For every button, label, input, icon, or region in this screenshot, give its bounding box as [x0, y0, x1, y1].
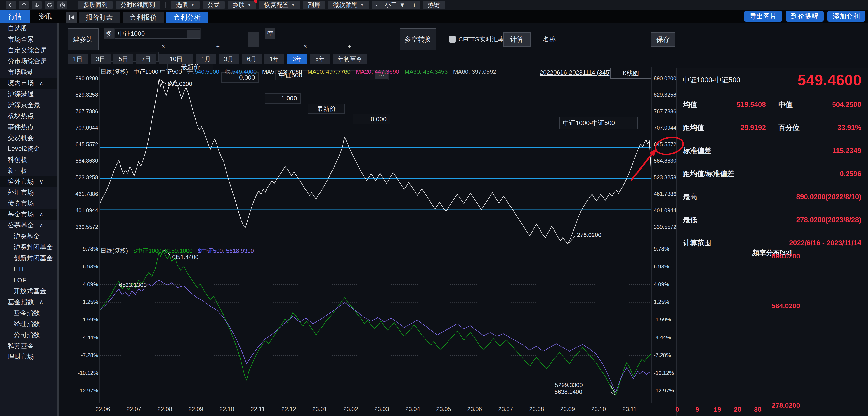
cfets-checkbox[interactable]	[449, 36, 456, 42]
period-tab-3日[interactable]: 3日	[91, 54, 111, 64]
period-tab-3月[interactable]: 3月	[219, 54, 239, 64]
period-tab-10日[interactable]: 10日	[159, 54, 193, 64]
spread-y-tick: 645.5572	[62, 141, 98, 148]
sidebar-item-市场联动[interactable]: 市场联动	[0, 67, 57, 78]
sidebar-item-沪深封闭基金[interactable]: 沪深封闭基金	[0, 242, 57, 253]
sidebar-item-经理指数[interactable]: 经理指数	[0, 319, 57, 329]
sidebar-item-交易机会[interactable]: 交易机会	[0, 132, 57, 143]
build-long-side-button[interactable]: 建多边	[68, 29, 98, 50]
sidebar-item-沪深京全景[interactable]: 沪深京全景	[0, 100, 57, 111]
period-tab-6月[interactable]: 6月	[242, 54, 261, 64]
sidebar-item-私募基金[interactable]: 私募基金	[0, 340, 57, 351]
font-size-increase-button[interactable]: +	[409, 2, 420, 8]
short-flag-chip: 空	[265, 29, 275, 39]
long-symbol-fieldwrap: ···	[114, 29, 201, 39]
sidebar-item-分市场综合屏[interactable]: 分市场综合屏	[0, 56, 57, 67]
nav-tab-market[interactable]: 行情	[0, 10, 30, 23]
skin-dropdown[interactable]: 换肤▼	[228, 1, 256, 9]
sidebar-item-自定义综合屏[interactable]: 自定义综合屏	[0, 45, 57, 56]
history-clock-icon[interactable]	[57, 1, 67, 9]
sidebar-item-label: 境内市场	[8, 79, 34, 88]
sidebar-item-境外市场[interactable]: 境外市场∨	[0, 176, 57, 187]
sidebar-item-外汇市场[interactable]: 外汇市场	[0, 187, 57, 198]
sidebar-item-基金市场[interactable]: 基金市场∧	[0, 209, 57, 220]
period-tab-1月[interactable]: 1月	[196, 54, 216, 64]
nav-tab-news[interactable]: 资讯	[30, 10, 60, 23]
collapse-panel-icon[interactable]	[66, 12, 77, 23]
stock-select-dropdown[interactable]: 选股▼	[171, 1, 199, 9]
sidebar-item-公司指数[interactable]: 公司指数	[0, 329, 57, 340]
sidebar-item-事件热点[interactable]: 事件热点	[0, 122, 57, 132]
sidebar-item-Level2资金[interactable]: Level2资金	[0, 143, 57, 154]
restore-config-dropdown[interactable]: 恢复配置▼	[259, 1, 300, 9]
spread-chart-header: 日线(复权) 中证1000-中证500 开:540.5000 收:549.460…	[101, 68, 496, 76]
date-range-link[interactable]: 20220616-20231114 (345)	[540, 69, 611, 76]
sidebar-item-新三板[interactable]: 新三板	[0, 165, 57, 176]
refresh-icon[interactable]	[44, 1, 55, 9]
kline-view-button[interactable]: K线图	[610, 68, 651, 79]
arbitrage-name-input[interactable]	[560, 117, 638, 129]
down-arrow-icon[interactable]	[32, 1, 41, 9]
legs-chart-plot[interactable]	[100, 246, 651, 403]
sidebar-item-基金指数[interactable]: 基金指数∧	[0, 297, 57, 307]
legs-period-label: 日线(复权)	[101, 247, 128, 255]
sidebar-item-ETF[interactable]: ETF	[0, 264, 57, 275]
action-button-添加套利[interactable]: 添加套利	[827, 11, 865, 22]
font-size-decrease-button[interactable]: -	[372, 2, 381, 8]
page-tab-报价盯盘[interactable]: 报价盯盘	[79, 12, 120, 23]
sidebar-item-自选股[interactable]: 自选股	[0, 23, 57, 34]
up-arrow-icon[interactable]	[19, 1, 29, 9]
period-tab-7日[interactable]: 7日	[136, 54, 156, 64]
calculate-button[interactable]: 计算	[503, 32, 531, 47]
spread-y-tick: 890.0200	[654, 75, 676, 82]
chevron-down-icon: ▼	[248, 3, 251, 7]
chevron-down-icon: ∨	[39, 178, 43, 185]
sidebar-item-label: 创新封闭基金	[13, 254, 53, 263]
save-button[interactable]: 保存	[651, 32, 675, 47]
multi-stock-columns-button[interactable]: 多股同列	[78, 1, 113, 9]
sidebar-item-市场全景[interactable]: 市场全景	[0, 34, 57, 45]
formula-button[interactable]: 公式	[203, 1, 225, 9]
period-tab-5年[interactable]: 5年	[310, 54, 330, 64]
sidebar-item-沪深基金[interactable]: 沪深基金	[0, 231, 57, 242]
sidebar-item-创新封闭基金[interactable]: 创新封闭基金	[0, 253, 57, 264]
stat-value: 115.2349	[711, 147, 861, 155]
sidebar-item-公募基金[interactable]: 公募基金∧	[0, 220, 57, 231]
period-tab-5日[interactable]: 5日	[114, 54, 133, 64]
font-name-dropdown[interactable]: 微软雅黑▼	[328, 1, 369, 9]
long-symbol-more-button[interactable]: ···	[187, 30, 199, 37]
page-tab-套利分析[interactable]: 套利分析	[166, 12, 208, 23]
sidebar-item-债券市场[interactable]: 债券市场	[0, 198, 57, 209]
spread-chart-plot[interactable]	[100, 75, 651, 245]
stat-row: 距均值29.9192百分位33.91%	[676, 116, 868, 139]
sidebar-item-沪深港通[interactable]: 沪深港通	[0, 89, 57, 99]
period-tab-年初至今[interactable]: 年初至今	[333, 54, 367, 64]
sidebar-item-LOF[interactable]: LOF	[0, 275, 57, 286]
sidebar-splitter[interactable]	[57, 23, 59, 416]
action-button-到价提醒[interactable]: 到价提醒	[786, 11, 824, 22]
short-coefficient-input[interactable]	[266, 94, 300, 103]
hotkey-button[interactable]: 热键	[423, 1, 445, 9]
short-offset-input[interactable]	[353, 114, 390, 124]
sidebar-item-境内市场[interactable]: 境内市场∧	[0, 78, 57, 89]
action-button-导出图片[interactable]: 导出图片	[744, 11, 782, 22]
sidebar-item-板块热点[interactable]: 板块热点	[0, 111, 57, 121]
sidebar-item-开放式基金[interactable]: 开放式基金	[0, 286, 57, 296]
font-size-dropdown[interactable]: 小三▼	[381, 1, 409, 9]
short-price-type-input[interactable]	[308, 104, 344, 114]
intraday-kline-columns-button[interactable]: 分时K线同列	[116, 1, 160, 9]
sidebar-item-科创板[interactable]: 科创板	[0, 154, 57, 165]
second-screen-button[interactable]: 副屏	[303, 1, 325, 9]
back-arrow-icon[interactable]	[6, 1, 16, 9]
period-tab-3年[interactable]: 3年	[287, 54, 307, 64]
sidebar-item-基金指数[interactable]: 基金指数	[0, 307, 57, 318]
sidebar-item-理财市场[interactable]: 理财市场	[0, 351, 57, 362]
period-tab-1日[interactable]: 1日	[68, 54, 88, 64]
page-tab-套利报价[interactable]: 套利报价	[123, 12, 164, 23]
chevron-up-icon: ∧	[39, 222, 43, 229]
multiply-symbol: ×	[161, 41, 165, 52]
remove-leg-button[interactable]: -	[248, 32, 259, 47]
header-actions: 导出图片到价提醒添加套利	[741, 11, 865, 22]
period-tab-1年[interactable]: 1年	[265, 54, 284, 64]
swap-long-short-button[interactable]: 多空转换	[400, 29, 436, 50]
